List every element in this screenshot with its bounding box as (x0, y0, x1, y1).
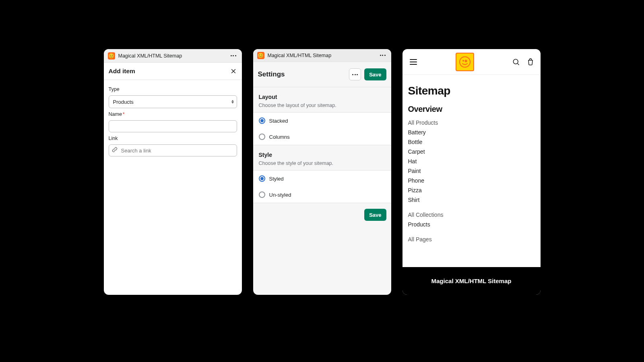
settings-heading: Settings (258, 70, 285, 78)
sitemap-group: All ProductsBatteryBottleCarpetHatPaintP… (408, 119, 535, 204)
radio-icon (259, 117, 265, 124)
svg-point-2 (513, 59, 518, 64)
more-icon[interactable] (229, 53, 238, 58)
sitemap-link[interactable]: Paint (408, 167, 535, 175)
app-titlebar: 😊 Magical XML/HTML Sitemap (104, 49, 242, 63)
add-item-panel: 😊 Magical XML/HTML Sitemap Add item Type… (104, 49, 242, 295)
sitemap-link[interactable]: Bottle (408, 138, 535, 146)
store-footer: Magical XML/HTML Sitemap (402, 267, 541, 295)
option-label: Un-styled (269, 192, 291, 198)
radio-icon (259, 134, 265, 140)
required-asterisk: * (123, 111, 125, 117)
storefront-preview-panel: Sitemap Overview All ProductsBatteryBott… (402, 49, 541, 295)
overview-heading: Overview (408, 105, 535, 114)
link-label: Link (109, 136, 237, 141)
sitemap-group-heading[interactable]: All Products (408, 119, 535, 127)
layout-option-stacked[interactable]: Stacked (253, 113, 391, 129)
style-option-styled[interactable]: Styled (253, 171, 391, 187)
sitemap-link[interactable]: Shirt (408, 196, 535, 204)
page-title: Sitemap (408, 84, 535, 97)
svg-point-1 (462, 60, 464, 62)
radio-icon (259, 191, 265, 198)
sitemap-link[interactable]: Hat (408, 157, 535, 166)
cart-icon[interactable] (526, 58, 535, 66)
style-section: Style Choose the style of your sitemap. … (253, 145, 391, 203)
app-logo-icon: 😊 (108, 52, 115, 60)
app-title: Magical XML/HTML Sitemap (118, 53, 226, 59)
sitemap-group: All Pages (408, 235, 535, 244)
layout-section: Layout Choose the layout of your sitemap… (253, 87, 391, 145)
settings-panel: 😊 Magical XML/HTML Sitemap Settings Save… (253, 49, 391, 295)
sitemap-link[interactable]: Battery (408, 128, 535, 137)
option-label: Columns (269, 134, 290, 140)
save-button[interactable]: Save (364, 68, 386, 80)
sitemap-group: All CollectionsProducts (408, 211, 535, 229)
panel-header: Add item (104, 63, 242, 80)
sitemap-link[interactable]: Products (408, 220, 535, 229)
radio-icon (259, 175, 265, 182)
sitemap-link[interactable]: Pizza (408, 186, 535, 195)
footer-text: Magical XML/HTML Sitemap (431, 278, 512, 284)
name-label: Name* (109, 111, 237, 117)
sitemap-group-heading[interactable]: All Collections (408, 211, 535, 219)
sitemap-link[interactable]: Carpet (408, 148, 535, 156)
app-logo-icon: 😊 (257, 52, 264, 59)
style-subtitle: Choose the style of your sitemap. (259, 160, 386, 166)
style-title: Style (259, 152, 386, 158)
settings-header: Settings Save (253, 62, 391, 87)
layout-title: Layout (259, 94, 386, 100)
type-label: Type (109, 86, 237, 92)
more-icon[interactable] (378, 53, 387, 58)
name-field[interactable] (109, 120, 237, 132)
link-icon (112, 147, 118, 154)
store-header (402, 49, 541, 75)
panel-heading: Add item (109, 68, 135, 75)
layout-option-columns[interactable]: Columns (253, 129, 391, 145)
link-search-input[interactable] (109, 144, 237, 156)
style-option-un-styled[interactable]: Un-styled (253, 187, 391, 203)
sitemap-link[interactable]: Phone (408, 177, 535, 185)
layout-subtitle: Choose the layout of your sitemap. (259, 103, 386, 108)
store-logo-icon (456, 53, 474, 71)
type-select[interactable]: Products (109, 95, 237, 108)
footer-save-button[interactable]: Save (364, 209, 386, 221)
option-label: Stacked (269, 118, 288, 124)
type-select-input[interactable]: Products (109, 95, 237, 108)
sitemap-content: Sitemap Overview All ProductsBatteryBott… (402, 75, 541, 267)
name-label-text: Name (109, 111, 122, 117)
option-label: Styled (269, 176, 284, 182)
header-more-button[interactable] (349, 68, 361, 80)
close-icon[interactable] (230, 68, 237, 75)
app-title: Magical XML/HTML Sitemap (268, 53, 375, 58)
search-icon[interactable] (512, 58, 520, 66)
menu-icon[interactable] (408, 58, 419, 66)
app-titlebar: 😊 Magical XML/HTML Sitemap (253, 49, 391, 62)
sitemap-group-heading[interactable]: All Pages (408, 235, 535, 244)
